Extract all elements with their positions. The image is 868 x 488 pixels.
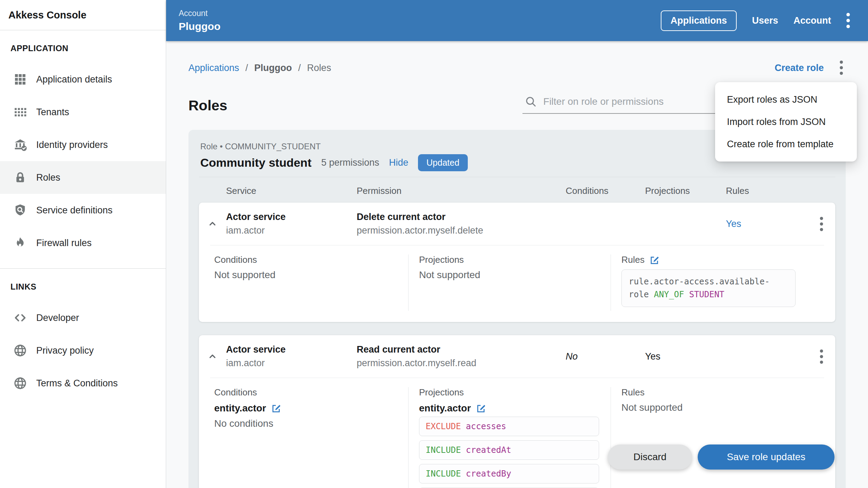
row-kebab-icon[interactable]	[820, 349, 823, 364]
permissions-table-header: Service Permission Conditions Projection…	[199, 177, 835, 203]
app-title: Akkess Console	[0, 0, 166, 30]
updated-badge: Updated	[418, 154, 468, 171]
edit-projections-icon[interactable]	[476, 403, 486, 414]
conditions-detail: Conditions entity.actor No conditions	[199, 387, 408, 488]
service-name: Actor service	[226, 344, 357, 355]
sidebar-link-terms-conditions[interactable]: Terms & Conditions	[0, 367, 166, 400]
role-card-community-student: Role • COMMUNITY_STUDENT Community stude…	[188, 130, 846, 488]
projection-chip-list: EXCLUDE accesses INCLUDE createdAt INCLU…	[419, 417, 599, 488]
rule-value: STUDENT	[689, 290, 724, 299]
projection-chip: EXCLUDE accesses	[419, 417, 599, 436]
topbar-kebab-icon[interactable]	[846, 13, 850, 28]
permission-cell: Delete current actor permission.actor.my…	[357, 212, 566, 236]
breadcrumb: Applications / Pluggoo / Roles	[188, 61, 331, 75]
rules-detail: Rules Not supported	[611, 387, 835, 488]
page-actions: Create role	[775, 61, 846, 75]
sidebar-item-application-details[interactable]: Application details	[0, 63, 166, 96]
rules-label: Rules	[621, 254, 644, 265]
sidebar-item-roles[interactable]: Roles	[0, 161, 166, 194]
projections-label: Projections	[419, 387, 600, 398]
projection-op: INCLUDE	[426, 469, 461, 479]
projection-op: INCLUDE	[426, 445, 461, 455]
menu-item-import-roles[interactable]: Import roles from JSON	[715, 111, 857, 133]
column-service: Service	[226, 186, 357, 196]
bank-check-icon	[13, 138, 27, 152]
rule-code-box: rule.actor-access.available-role ANY_OF …	[621, 269, 796, 307]
permission-row: Actor service iam.actor Read current act…	[199, 335, 835, 378]
breadcrumb-separator: /	[298, 61, 301, 75]
permissions-count: 5 permissions	[321, 157, 379, 168]
sidebar-item-label: Privacy policy	[36, 345, 94, 356]
permission-card-delete-actor: Actor service iam.actor Delete current a…	[199, 203, 835, 322]
sidebar-link-developer[interactable]: Developer	[0, 301, 166, 334]
projection-field: createdAt	[466, 445, 511, 455]
page-title: Roles	[188, 97, 227, 114]
service-id: iam.actor	[226, 358, 357, 369]
context-label: Account	[179, 9, 220, 18]
search-icon	[525, 95, 537, 108]
sidebar-item-tenants[interactable]: Tenants	[0, 96, 166, 128]
sidebar-item-label: Firewall rules	[36, 238, 92, 249]
rule-operator: ANY_OF	[654, 290, 684, 299]
role-name: Community student	[200, 156, 311, 170]
breadcrumb-separator: /	[246, 61, 248, 75]
edit-rules-icon[interactable]	[649, 255, 660, 265]
sidebar-item-label: Identity providers	[36, 140, 108, 150]
breadcrumb-pluggoo: Pluggoo	[254, 61, 292, 75]
column-conditions: Conditions	[566, 186, 645, 196]
hide-link[interactable]: Hide	[389, 157, 409, 168]
projections-value: Not supported	[419, 269, 600, 281]
save-role-updates-button[interactable]: Save role updates	[698, 444, 835, 470]
menu-item-create-from-template[interactable]: Create role from template	[715, 133, 857, 155]
sidebar-item-identity-providers[interactable]: Identity providers	[0, 128, 166, 161]
sidebar-link-privacy-policy[interactable]: Privacy policy	[0, 334, 166, 367]
globe-icon	[13, 376, 27, 390]
sidebar-divider	[0, 268, 166, 269]
projections-subject: entity.actor	[419, 403, 471, 414]
permission-details: Conditions Not supported Projections Not…	[199, 245, 835, 322]
breadcrumb-roles: Roles	[307, 61, 331, 75]
column-permission: Permission	[357, 186, 566, 196]
sidebar-section-application: APPLICATION	[0, 44, 166, 53]
tenants-grid-icon	[13, 105, 27, 119]
permission-cell: Read current actor permission.actor.myse…	[357, 344, 566, 369]
page-kebab-icon[interactable]	[840, 61, 843, 75]
breadcrumb-applications[interactable]: Applications	[188, 61, 239, 75]
projections-detail: Projections Not supported	[408, 254, 611, 311]
menu-item-export-roles[interactable]: Export roles as JSON	[715, 88, 857, 111]
collapse-chevron-icon[interactable]	[207, 351, 218, 362]
sidebar-section-links: LINKS	[0, 282, 166, 292]
flame-icon	[13, 236, 27, 250]
permission-id: permission.actor.myself.read	[357, 358, 566, 369]
conditions-subject: entity.actor	[214, 403, 266, 414]
rules-detail: Rules rule.actor-access.available-role A…	[611, 254, 835, 311]
sidebar-item-label: Roles	[36, 172, 60, 183]
discard-button[interactable]: Discard	[608, 444, 692, 470]
topbar: Account Pluggoo Applications Users Accou…	[166, 0, 868, 41]
projections-label: Projections	[419, 254, 600, 265]
projection-chip: INCLUDE createdBy	[419, 464, 599, 483]
edit-conditions-icon[interactable]	[271, 403, 281, 414]
context-value: Pluggoo	[179, 21, 220, 32]
rules-label: Rules	[621, 387, 825, 398]
projection-chip: INCLUDE createdAt	[419, 440, 599, 460]
service-cell: Actor service iam.actor	[226, 212, 357, 236]
nav-applications-button[interactable]: Applications	[661, 10, 737, 31]
rules-flag-link[interactable]: Yes	[726, 219, 807, 229]
sidebar: Akkess Console APPLICATION Application d…	[0, 0, 166, 488]
nav-users-button[interactable]: Users	[752, 15, 778, 26]
collapse-chevron-icon[interactable]	[207, 219, 218, 229]
sidebar-item-firewall-rules[interactable]: Firewall rules	[0, 227, 166, 259]
app-root: Akkess Console APPLICATION Application d…	[0, 0, 868, 488]
permission-id: permission.actor.myself.delete	[357, 225, 566, 236]
projections-detail: Projections entity.actor EXCLUDE accesse…	[408, 387, 611, 488]
service-name: Actor service	[226, 212, 357, 222]
nav-account-button[interactable]: Account	[793, 15, 831, 26]
create-role-button[interactable]: Create role	[775, 61, 824, 75]
row-kebab-icon[interactable]	[820, 217, 823, 231]
sidebar-item-label: Developer	[36, 313, 79, 323]
permission-name: Delete current actor	[357, 212, 566, 222]
permission-details: Conditions entity.actor No conditions Pr…	[199, 378, 835, 488]
globe-icon	[13, 344, 27, 357]
sidebar-item-service-definitions[interactable]: Service definitions	[0, 194, 166, 227]
